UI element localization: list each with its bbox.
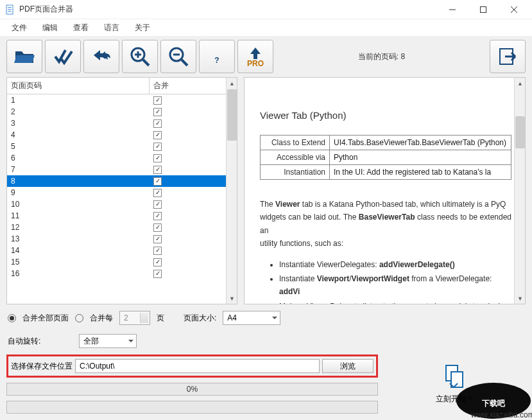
open-button[interactable]	[6, 40, 42, 73]
col-page-header[interactable]: 页面页码	[7, 78, 150, 94]
current-page-label: 当前的页码: 8	[276, 51, 487, 62]
menu-about[interactable]: 关于	[128, 20, 157, 36]
merge-checkbox[interactable]: ✓	[153, 131, 162, 139]
preview-heading: Viewer Tab (Python)	[260, 110, 511, 121]
merge-checkbox[interactable]: ✓	[153, 96, 162, 105]
merge-checkbox[interactable]: ✓	[153, 154, 162, 162]
svg-rect-5	[481, 6, 486, 12]
table-row[interactable]: 14✓	[7, 245, 226, 256]
table-row[interactable]: 7✓	[7, 164, 226, 175]
svg-rect-1	[8, 7, 12, 8]
table-row[interactable]: 8✓	[7, 175, 226, 187]
merge-checkbox[interactable]: ✓	[153, 177, 162, 186]
menu-file[interactable]: 文件	[5, 20, 33, 36]
table-row[interactable]: 1✓	[7, 94, 226, 106]
table-row[interactable]: 3✓	[7, 118, 226, 129]
merge-checkbox[interactable]: ✓	[153, 200, 162, 209]
menu-lang[interactable]: 语言	[98, 20, 126, 36]
page-list-panel: 页面页码 合并 1✓2✓3✓4✓5✓6✓7✓8✓9✓10✓11✓12✓13✓14…	[6, 77, 237, 304]
merge-checkbox[interactable]: ✓	[153, 223, 162, 232]
menubar: 文件 编辑 查看 语言 关于	[0, 19, 532, 36]
col-merge-header[interactable]: 合并	[150, 78, 226, 94]
merge-all-label: 合并全部页面	[22, 313, 69, 324]
confirm-button[interactable]	[45, 40, 81, 73]
undo-button[interactable]	[83, 40, 119, 73]
table-row[interactable]: 12✓	[7, 222, 226, 233]
preview-panel: Viewer Tab (Python) Class to ExtendUI4.T…	[244, 77, 526, 304]
merge-checkbox[interactable]: ✓	[153, 235, 162, 243]
merge-checkbox[interactable]: ✓	[153, 258, 162, 267]
page-list-scrollbar[interactable]: ▲▼	[226, 78, 237, 304]
svg-line-13	[182, 60, 187, 66]
pages-unit-label: 页	[157, 313, 164, 324]
merge-checkbox[interactable]: ✓	[153, 247, 162, 255]
svg-rect-2	[8, 9, 12, 10]
table-row[interactable]: 5✓	[7, 141, 226, 152]
menu-view[interactable]: 查看	[67, 20, 95, 36]
preview-paragraph: The Viewer tab is a Katana Python-based …	[260, 198, 511, 250]
merge-each-label: 合并每	[90, 313, 113, 324]
page-size-label: 页面大小:	[184, 313, 216, 324]
svg-rect-3	[8, 11, 12, 12]
zoom-out-button[interactable]	[160, 40, 196, 73]
output-path-label: 选择保存文件位置	[11, 361, 73, 372]
merge-checkbox[interactable]: ✓	[153, 270, 162, 278]
output-path-input[interactable]: C:\Output\	[75, 359, 320, 373]
merge-checkbox[interactable]: ✓	[153, 143, 162, 151]
exit-button[interactable]	[490, 40, 526, 73]
merge-now-label: 立刻开始！	[436, 394, 474, 405]
help-button[interactable]: ?	[199, 40, 235, 73]
merge-each-radio[interactable]	[75, 314, 83, 322]
preview-scrollbar[interactable]: ▲▼	[514, 78, 525, 304]
merge-checkbox[interactable]: ✓	[153, 108, 162, 116]
preview-table: Class to ExtendUI4.Tabs.BaseViewerTab.Ba…	[260, 135, 511, 180]
table-row[interactable]: 15✓	[7, 256, 226, 268]
merge-now-button[interactable]: 立刻开始！	[384, 354, 526, 414]
merge-checkbox[interactable]: ✓	[153, 189, 162, 197]
table-row[interactable]: 16✓	[7, 268, 226, 279]
close-button[interactable]	[506, 2, 522, 17]
merge-all-radio[interactable]	[8, 314, 16, 322]
progress-bar: 0%	[6, 383, 378, 396]
merge-checkbox[interactable]: ✓	[153, 166, 162, 174]
autorotate-select[interactable]: 全部	[79, 334, 137, 348]
maximize-button[interactable]	[476, 2, 491, 17]
svg-text:?: ?	[214, 56, 219, 65]
table-row[interactable]: 4✓	[7, 129, 226, 141]
zoom-in-button[interactable]	[122, 40, 158, 73]
menu-edit[interactable]: 编辑	[36, 20, 64, 36]
app-icon	[5, 4, 15, 15]
table-row[interactable]: 10✓	[7, 198, 226, 210]
progress-bar-2	[6, 401, 378, 414]
minimize-button[interactable]	[445, 2, 460, 17]
page-size-select[interactable]: A4	[223, 311, 280, 325]
table-row[interactable]: 11✓	[7, 210, 226, 222]
pro-button[interactable]: PRO	[237, 40, 273, 73]
window-title: PDF页面合并器	[19, 4, 445, 15]
table-row[interactable]: 2✓	[7, 106, 226, 118]
table-row[interactable]: 13✓	[7, 233, 226, 245]
table-row[interactable]: 9✓	[7, 187, 226, 198]
autorotate-label: 自动旋转:	[8, 336, 40, 347]
table-row[interactable]: 6✓	[7, 152, 226, 164]
merge-each-count[interactable]: 2	[119, 311, 150, 325]
merge-checkbox[interactable]: ✓	[153, 119, 162, 128]
browse-button[interactable]: 浏览	[322, 359, 373, 373]
merge-checkbox[interactable]: ✓	[153, 212, 162, 220]
output-path-row: 选择保存文件位置 C:\Output\ 浏览	[6, 354, 378, 378]
svg-line-9	[143, 60, 149, 66]
svg-text:PRO: PRO	[247, 59, 264, 68]
preview-list: Instantiate ViewerDelegates: addViewerDe…	[279, 258, 511, 304]
